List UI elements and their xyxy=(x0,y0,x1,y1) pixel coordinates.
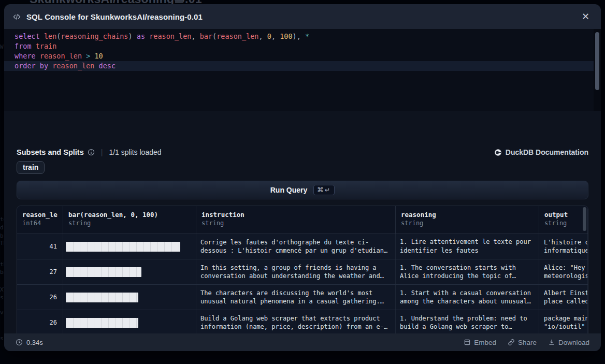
close-button[interactable]: ✕ xyxy=(579,10,593,23)
instruction-text: Build a Golang web scraper that extracts… xyxy=(200,314,391,331)
splits-loaded-status: 1/1 splits loaded xyxy=(109,148,161,156)
download-label: Download xyxy=(558,339,589,346)
instruction-text: In this setting, a group of friends is h… xyxy=(200,264,391,281)
cell-instruction: The characters are discussing the world'… xyxy=(196,285,396,310)
bar-visual xyxy=(66,318,138,328)
run-query-label: Run Query xyxy=(270,186,308,194)
cell-instruction: In this setting, a group of friends is h… xyxy=(196,259,396,284)
column-type: string xyxy=(201,220,390,227)
table-vertical-scrollbar-thumb[interactable] xyxy=(583,207,586,231)
editor-lines: select len(reasoning_chains) as reason_l… xyxy=(4,32,594,71)
download-icon xyxy=(548,339,555,346)
share-button[interactable]: Share xyxy=(508,339,537,346)
query-time: 0.34s xyxy=(16,339,43,346)
reasoning-text: 1. Understand the problem: need to build… xyxy=(400,314,535,331)
bar-visual xyxy=(66,267,141,277)
column-name: bar(reason_len, 0, 100) xyxy=(68,211,191,219)
modal-header: SQL Console for SkunkworksAI/reasoning-0… xyxy=(4,4,601,29)
cell-reason-len: 26 xyxy=(17,285,63,310)
cell-bar xyxy=(63,234,196,259)
link-icon xyxy=(508,339,515,346)
table-row[interactable]: 26The characters are discussing the worl… xyxy=(17,285,588,310)
share-label: Share xyxy=(518,339,537,346)
sql-editor[interactable]: select len(reasoning_chains) as reason_l… xyxy=(4,29,601,111)
cell-bar xyxy=(63,259,196,284)
subsets-splits-title: Subsets and Splits xyxy=(17,148,84,156)
modal-title: SQL Console for SkunkworksAI/reasoning-0… xyxy=(26,12,579,21)
cell-bar xyxy=(63,310,196,335)
column-header[interactable]: reasoningstring xyxy=(396,206,539,234)
column-type: int64 xyxy=(22,220,57,227)
embed-button[interactable]: Embed xyxy=(464,339,496,346)
clock-icon xyxy=(16,339,23,346)
splits-row: Subsets and Splits | 1/1 splits loaded D… xyxy=(17,147,588,157)
reasoning-text: 1. Start with a casual conversation amon… xyxy=(400,289,535,306)
cell-output: Alice: "Hey gmeteorologist xyxy=(539,259,588,284)
table-row[interactable]: 41Corrige les fautes d'orthographe du te… xyxy=(17,234,588,259)
duckdb-icon xyxy=(494,149,502,156)
column-header[interactable]: instructionstring xyxy=(196,206,396,234)
duckdb-docs-link[interactable]: DuckDB Documentation xyxy=(494,148,588,156)
embed-icon xyxy=(464,339,471,346)
cell-reason-len: 26 xyxy=(17,310,63,335)
cell-reasoning: 1. Start with a casual conversation amon… xyxy=(396,285,539,310)
instruction-text: The characters are discussing the world'… xyxy=(200,289,391,306)
bar-visual xyxy=(66,293,138,302)
sql-console-modal: SQL Console for SkunkworksAI/reasoning-0… xyxy=(4,4,601,351)
column-name: output xyxy=(544,211,582,219)
embed-label: Embed xyxy=(474,339,496,346)
column-header[interactable]: outputstring xyxy=(539,206,588,234)
editor-scrollbar-track[interactable] xyxy=(594,29,601,111)
reasoning-text: 1. Lire attentivement le texte pour iden… xyxy=(400,238,535,255)
reasoning-text: 1. The conversation starts with Alice in… xyxy=(400,264,535,281)
output-text-line: Albert Einste xyxy=(544,289,587,298)
cell-reason-len: 27 xyxy=(17,259,63,284)
cell-instruction: Corrige les fautes d'orthographe du text… xyxy=(196,234,396,259)
close-icon: ✕ xyxy=(582,11,589,22)
output-text-line: L'histoire co xyxy=(544,238,587,247)
table-row[interactable]: 26Build a Golang web scraper that extrac… xyxy=(17,310,588,336)
code-line[interactable]: select len(reasoning_chains) as reason_l… xyxy=(4,32,594,41)
code-line[interactable]: where reason_len > 10 xyxy=(4,51,594,61)
bar-visual xyxy=(66,242,180,252)
kbd-shortcut: ⌘↵ xyxy=(313,185,335,195)
code-line[interactable]: order by reason_len desc xyxy=(4,61,594,71)
output-text-line: Alice: "Hey g xyxy=(544,264,587,272)
backdrop-chip xyxy=(175,0,183,3)
download-button[interactable]: Download xyxy=(548,339,589,346)
splits-divider: | xyxy=(101,148,103,156)
info-icon[interactable] xyxy=(88,149,95,156)
split-chip-train[interactable]: train xyxy=(17,161,45,174)
column-type: string xyxy=(544,220,582,227)
run-query-button[interactable]: Run Query ⌘↵ xyxy=(17,181,588,199)
footer-actions: Embed Share Download xyxy=(464,339,589,346)
footer: 0.34s Embed Share xyxy=(4,333,601,351)
column-header[interactable]: reason_lenint64 xyxy=(17,206,63,234)
editor-scrollbar-thumb[interactable] xyxy=(595,32,599,90)
cell-output: package main"io/ioutil" " xyxy=(539,310,588,335)
output-text-line: place called xyxy=(544,297,587,306)
output-text-line: meteorologist xyxy=(544,272,587,281)
cell-reasoning: 1. Understand the problem: need to build… xyxy=(396,310,539,335)
instruction-text: Corrige les fautes d'orthographe du text… xyxy=(200,238,391,255)
cell-reasoning: 1. The conversation starts with Alice in… xyxy=(396,259,539,284)
cell-output: Albert Einsteplace called xyxy=(539,285,588,310)
table-vertical-scrollbar[interactable] xyxy=(583,207,587,351)
cell-bar xyxy=(63,285,196,310)
cell-output: L'histoire coinformatique xyxy=(539,234,588,259)
column-name: instruction xyxy=(201,211,390,219)
table-row[interactable]: 27In this setting, a group of friends is… xyxy=(17,259,588,285)
code-line[interactable]: from train xyxy=(4,41,594,51)
duckdb-docs-label: DuckDB Documentation xyxy=(506,148,588,156)
column-type: string xyxy=(68,220,191,227)
output-text-line: "io/ioutil" " xyxy=(544,323,587,331)
query-time-value: 0.34s xyxy=(26,339,43,346)
column-name: reason_len xyxy=(22,211,57,219)
output-text-line: package main xyxy=(544,314,587,323)
results-table: reason_lenint64bar(reason_len, 0, 100)st… xyxy=(17,206,588,351)
column-name: reasoning xyxy=(401,211,534,219)
cell-reason-len: 41 xyxy=(17,234,63,259)
column-header[interactable]: bar(reason_len, 0, 100)string xyxy=(63,206,196,234)
cell-instruction: Build a Golang web scraper that extracts… xyxy=(196,310,396,335)
code-icon xyxy=(12,12,21,21)
